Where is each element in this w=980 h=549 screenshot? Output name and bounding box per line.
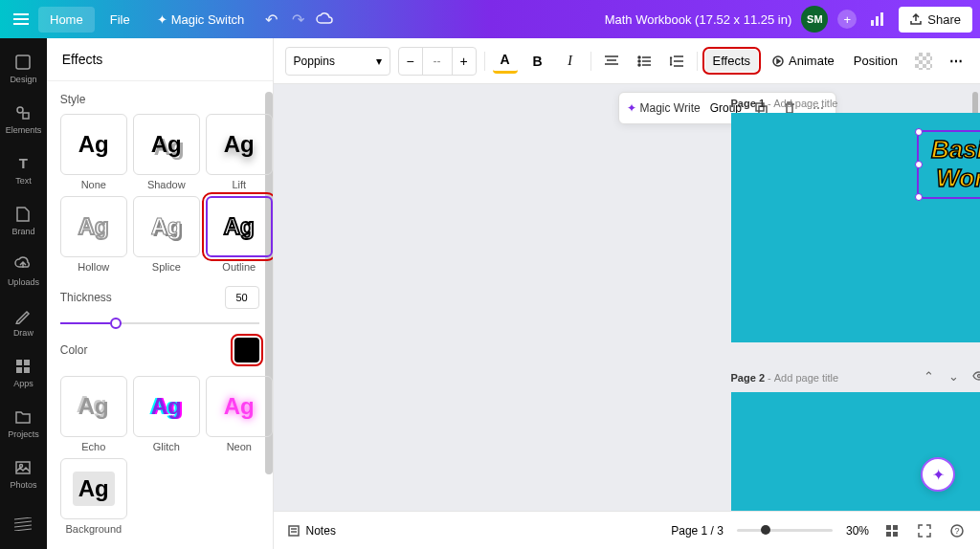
text-element[interactable]: Basic MathWorkbook ⟳ bbox=[917, 130, 980, 199]
apps-icon bbox=[12, 356, 33, 377]
page-1-header[interactable]: Page 1 - Add page title bbox=[731, 98, 980, 109]
style-hollow[interactable]: AgHollow bbox=[60, 196, 127, 273]
rail-uploads[interactable]: Uploads bbox=[0, 245, 47, 296]
rail-text[interactable]: TText bbox=[0, 143, 47, 194]
style-splice[interactable]: AgSplice bbox=[133, 196, 200, 273]
thickness-slider[interactable] bbox=[60, 322, 259, 324]
page-1[interactable]: Basic MathWorkbook ⟳ bbox=[731, 113, 980, 342]
svg-rect-11 bbox=[16, 367, 22, 373]
resize-handle[interactable] bbox=[915, 128, 923, 136]
design-icon bbox=[12, 52, 33, 73]
style-background[interactable]: AgBackground bbox=[60, 458, 127, 535]
draw-icon bbox=[12, 305, 33, 326]
zoom-slider[interactable] bbox=[737, 529, 833, 532]
svg-rect-8 bbox=[23, 113, 29, 119]
svg-rect-47 bbox=[893, 532, 898, 537]
redo-icon[interactable]: ↷ bbox=[286, 8, 309, 31]
svg-line-16 bbox=[14, 521, 32, 523]
svg-rect-6 bbox=[16, 55, 30, 69]
share-button[interactable]: Share bbox=[899, 7, 972, 33]
magic-write-button[interactable]: ✦Magic Write bbox=[627, 101, 701, 115]
font-size-plus[interactable]: + bbox=[453, 48, 476, 75]
nav-file[interactable]: File bbox=[99, 7, 142, 33]
style-glitch[interactable]: AgGlitch bbox=[133, 376, 200, 452]
canvas[interactable]: ✦Magic Write Group ⋯ Page 1 - Add page t… bbox=[274, 84, 980, 511]
rail-brand[interactable]: Brand bbox=[0, 194, 47, 245]
uploads-icon bbox=[12, 254, 33, 275]
zoom-value[interactable]: 30% bbox=[846, 524, 869, 538]
avatar[interactable]: SM bbox=[801, 6, 828, 33]
brand-icon bbox=[12, 204, 33, 225]
rail-photos[interactable]: Photos bbox=[0, 448, 47, 498]
add-member-icon[interactable]: + bbox=[837, 10, 857, 29]
svg-rect-41 bbox=[289, 526, 299, 536]
sidebar-header: Effects bbox=[47, 38, 273, 81]
expand-timeline-icon[interactable] bbox=[617, 503, 636, 507]
svg-line-15 bbox=[14, 517, 32, 519]
style-neon[interactable]: AgNeon bbox=[206, 376, 273, 452]
nav-magic-switch[interactable]: ✦Magic Switch bbox=[145, 7, 256, 33]
rail-elements[interactable]: Elements bbox=[0, 93, 47, 143]
thickness-value[interactable]: 50 bbox=[225, 286, 259, 309]
svg-line-18 bbox=[14, 529, 32, 531]
page-hide-icon[interactable] bbox=[970, 367, 980, 384]
style-echo[interactable]: AgEcho bbox=[60, 376, 127, 452]
align-icon[interactable] bbox=[599, 49, 624, 74]
resize-handle[interactable] bbox=[915, 193, 923, 201]
effects-button[interactable]: Effects bbox=[705, 50, 759, 72]
fullscreen-icon[interactable] bbox=[915, 521, 934, 540]
style-outline[interactable]: AgOutline bbox=[206, 196, 273, 273]
position-button[interactable]: Position bbox=[848, 50, 903, 72]
more-pattern-icon bbox=[12, 514, 33, 535]
undo-icon[interactable]: ↶ bbox=[259, 8, 282, 31]
grid-view-icon[interactable] bbox=[882, 521, 902, 540]
document-title[interactable]: Math Workbook (17.52 x 11.25 in) bbox=[605, 12, 792, 27]
more-icon[interactable]: ⋯ bbox=[944, 49, 969, 74]
notes-button[interactable]: Notes bbox=[287, 524, 336, 538]
analytics-icon[interactable] bbox=[866, 8, 889, 31]
help-icon[interactable]: ? bbox=[947, 521, 967, 540]
svg-rect-3 bbox=[871, 20, 874, 26]
outline-color-swatch[interactable] bbox=[234, 338, 259, 362]
transparency-icon[interactable] bbox=[911, 49, 936, 74]
font-size-value[interactable]: -- bbox=[422, 48, 453, 75]
font-size-minus[interactable]: − bbox=[399, 48, 422, 75]
italic-icon[interactable]: I bbox=[558, 49, 583, 74]
svg-rect-4 bbox=[876, 16, 879, 26]
bold-icon[interactable]: B bbox=[525, 49, 550, 74]
bottom-bar: Notes Page 1 / 3 30% ? bbox=[274, 511, 980, 549]
rail-projects[interactable]: Projects bbox=[0, 397, 47, 448]
style-none[interactable]: AgNone bbox=[60, 114, 127, 190]
chevron-down-icon: ▾ bbox=[376, 55, 382, 68]
side-rail: Design Elements TText Brand Uploads Draw… bbox=[0, 38, 47, 549]
color-label: Color bbox=[60, 343, 88, 357]
style-lift[interactable]: AgLift bbox=[206, 114, 273, 190]
resize-handle[interactable] bbox=[915, 161, 923, 168]
style-section-label: Style bbox=[60, 93, 259, 106]
rail-design[interactable]: Design bbox=[0, 42, 47, 93]
hamburger-icon[interactable] bbox=[8, 6, 34, 33]
page-2[interactable] bbox=[731, 392, 980, 511]
list-icon[interactable] bbox=[632, 49, 657, 74]
svg-rect-9 bbox=[16, 360, 22, 365]
thickness-label: Thickness bbox=[60, 291, 112, 304]
spacing-icon[interactable] bbox=[664, 49, 689, 74]
svg-point-24 bbox=[638, 60, 640, 62]
svg-line-17 bbox=[14, 525, 32, 527]
animate-button[interactable]: Animate bbox=[766, 50, 840, 72]
page-up-icon[interactable]: ⌃ bbox=[921, 367, 938, 384]
style-shadow[interactable]: AgShadow bbox=[133, 114, 200, 190]
svg-rect-46 bbox=[886, 532, 891, 537]
nav-home[interactable]: Home bbox=[38, 7, 95, 33]
page-2-header[interactable]: Page 2 - Add page title ⌃ ⌄ bbox=[731, 367, 980, 388]
projects-icon bbox=[12, 406, 33, 428]
svg-rect-13 bbox=[16, 462, 30, 473]
font-select[interactable]: Poppins▾ bbox=[285, 47, 390, 76]
rail-more[interactable] bbox=[0, 498, 47, 549]
rail-draw[interactable]: Draw bbox=[0, 296, 47, 346]
magic-fab-icon[interactable]: ✦ bbox=[921, 457, 955, 492]
page-down-icon[interactable]: ⌄ bbox=[946, 367, 963, 384]
rail-apps[interactable]: Apps bbox=[0, 346, 47, 397]
cloud-sync-icon[interactable] bbox=[313, 8, 336, 31]
text-color-icon[interactable]: A bbox=[493, 49, 518, 74]
